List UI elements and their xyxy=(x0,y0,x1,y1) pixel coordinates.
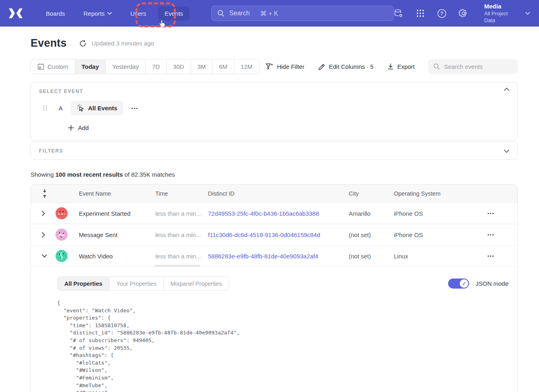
results-summary: Showing 100 most recent results of 82.35… xyxy=(31,171,518,178)
date-option-3m[interactable]: 3M xyxy=(191,60,213,74)
nav-item-events-label: Events xyxy=(165,10,183,17)
chevron-down-icon xyxy=(525,12,530,15)
event-selector-label: All Events xyxy=(88,105,117,111)
event-row-letter: A xyxy=(59,105,63,111)
date-option-3m-label: 3M xyxy=(197,63,206,70)
table-row[interactable]: Message Sent less than a min... f11c30d6… xyxy=(31,224,517,246)
global-search-placeholder: Search xyxy=(229,10,250,17)
project-name: Media xyxy=(484,2,519,10)
page-title: Events xyxy=(31,37,67,50)
export-label: Export xyxy=(397,63,415,70)
event-json-view[interactable]: { "event": "Watch Video", "properties": … xyxy=(57,299,509,392)
date-option-7d-label: 7D xyxy=(152,63,160,70)
cell-os: iPhone OS xyxy=(394,210,477,217)
chevron-up-icon[interactable] xyxy=(504,88,509,91)
collapse-all-icon[interactable] xyxy=(42,189,47,198)
expand-row-icon[interactable] xyxy=(42,211,49,216)
date-option-30d[interactable]: 30D xyxy=(167,60,191,74)
search-events-field[interactable] xyxy=(428,59,518,74)
search-icon xyxy=(433,63,440,70)
chevron-down-icon[interactable] xyxy=(504,150,509,153)
tab-mixpanel-properties[interactable]: Mixpanel Properties xyxy=(164,277,229,290)
table-row[interactable]: Experiment Started less than a min... 72… xyxy=(31,203,517,224)
column-header-event-name[interactable]: Event Name xyxy=(79,190,155,197)
cell-time: less than a min... xyxy=(155,210,208,217)
date-option-today[interactable]: Today xyxy=(75,60,106,74)
event-detail-panel: All Properties Your Properties Mixpanel … xyxy=(31,267,517,392)
tab-all-properties[interactable]: All Properties xyxy=(58,277,109,290)
cell-event-name: Experiment Started xyxy=(79,210,155,217)
pencil-icon xyxy=(318,63,325,70)
event-options-menu[interactable]: ••• xyxy=(132,106,139,111)
refresh-icon[interactable] xyxy=(79,39,87,47)
cell-distinct-id-link[interactable]: f11c30d6-dc6d-4518-9136-0d046159c84d xyxy=(208,231,349,238)
global-search-input[interactable]: Search ⌘ + K xyxy=(211,6,394,21)
event-avatar xyxy=(56,250,68,262)
mixpanel-logo-icon[interactable] xyxy=(9,8,23,19)
main-content: Events Updated 3 minutes ago Custom Toda… xyxy=(31,37,518,392)
help-icon[interactable]: ? xyxy=(437,8,446,18)
column-header-os[interactable]: Operating System xyxy=(394,190,477,197)
results-prefix: Showing xyxy=(31,171,56,178)
filter-funnel-icon xyxy=(265,63,273,70)
results-count: 100 most recent results xyxy=(56,171,123,178)
apps-grid-icon[interactable] xyxy=(416,8,425,18)
top-navbar: Boards Reports Users Events Search ⌘ + K xyxy=(0,0,539,27)
nav-item-users[interactable]: Users xyxy=(124,6,152,21)
settings-gear-icon[interactable] xyxy=(459,8,468,18)
chevron-down-icon xyxy=(107,12,112,15)
search-shortcut-hint: ⌘ + K xyxy=(260,10,278,17)
select-event-label: SELECT EVENT xyxy=(39,89,509,94)
json-mode-toggle[interactable]: ✓ xyxy=(448,279,469,289)
event-selector-chip[interactable]: All Events xyxy=(71,101,123,116)
nav-item-users-label: Users xyxy=(130,10,146,17)
date-option-6m[interactable]: 6M xyxy=(212,60,234,74)
date-option-yesterday[interactable]: Yesterday xyxy=(106,60,146,74)
date-option-12m[interactable]: 12M xyxy=(234,60,259,74)
tab-mixpanel-properties-label: Mixpanel Properties xyxy=(171,281,222,287)
tab-all-properties-label: All Properties xyxy=(64,281,102,287)
project-subtitle: All Project Data xyxy=(484,10,519,24)
cell-distinct-id-link[interactable]: 72d49553-25fc-4f0c-b436-1b5ac6ab3388 xyxy=(208,210,349,217)
select-event-panel: SELECT EVENT A All Events ••• Add xyxy=(31,82,518,140)
nav-item-events[interactable]: Events xyxy=(158,6,189,21)
nav-item-reports-label: Reports xyxy=(84,10,105,17)
row-options-menu[interactable]: ••• xyxy=(488,254,495,258)
add-event-button[interactable]: Add xyxy=(68,124,509,131)
cell-city: (not set) xyxy=(349,231,394,238)
row-options-menu[interactable]: ••• xyxy=(488,211,495,216)
expand-row-icon[interactable] xyxy=(42,232,49,237)
filters-panel[interactable]: FILTERS xyxy=(31,142,518,160)
sparkle-cursor-icon xyxy=(77,104,84,112)
plus-icon xyxy=(68,125,74,131)
column-header-time[interactable]: Time xyxy=(155,190,208,197)
toggle-knob-check-icon: ✓ xyxy=(460,279,468,288)
search-events-input[interactable] xyxy=(444,63,508,70)
date-option-7d[interactable]: 7D xyxy=(146,60,167,74)
cell-distinct-id-link[interactable]: 5886283e-e9fb-48fb-81de-40e9093a2af4 xyxy=(208,253,349,260)
nav-item-reports[interactable]: Reports xyxy=(77,6,119,21)
cell-event-name: Watch Video xyxy=(79,253,155,260)
date-option-yesterday-label: Yesterday xyxy=(112,63,139,70)
nav-item-boards[interactable]: Boards xyxy=(39,6,72,21)
drag-handle[interactable] xyxy=(43,105,48,111)
hide-filter-button[interactable]: Hide Filter xyxy=(265,63,304,70)
svg-text:?: ? xyxy=(440,11,443,17)
export-button[interactable]: Export xyxy=(387,63,415,70)
data-management-icon[interactable] xyxy=(394,8,403,18)
add-event-label: Add xyxy=(78,124,89,131)
project-selector[interactable]: Media All Project Data xyxy=(484,2,530,24)
date-option-custom[interactable]: Custom xyxy=(31,60,75,74)
cell-city: (not set) xyxy=(349,253,394,260)
column-header-distinct-id[interactable]: Distinct ID xyxy=(208,190,349,197)
collapse-row-icon[interactable] xyxy=(42,254,49,258)
date-option-12m-label: 12M xyxy=(241,63,252,70)
row-options-menu[interactable]: ••• xyxy=(488,232,495,237)
edit-columns-button[interactable]: Edit Columns · 5 xyxy=(318,63,374,70)
tab-your-properties[interactable]: Your Properties xyxy=(109,277,163,290)
hand-cursor-icon xyxy=(158,20,167,29)
column-header-city[interactable]: City xyxy=(349,190,394,197)
search-icon xyxy=(217,10,224,17)
horizontal-scrollbar-thumb[interactable] xyxy=(154,265,200,266)
table-row-expanded[interactable]: Watch Video less than a min... 5886283e-… xyxy=(31,246,517,267)
